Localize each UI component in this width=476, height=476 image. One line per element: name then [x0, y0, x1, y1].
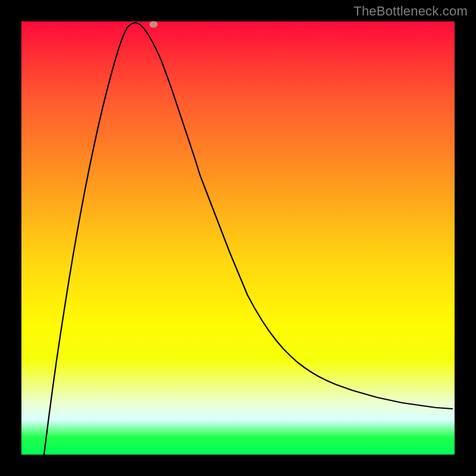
attribution-text: TheBottleneck.com [353, 4, 468, 19]
curve-path [44, 23, 452, 455]
bottleneck-curve [21, 21, 455, 455]
plot-area [21, 21, 455, 455]
bottleneck-chart: TheBottleneck.com [0, 0, 476, 476]
minimum-marker [149, 21, 158, 28]
